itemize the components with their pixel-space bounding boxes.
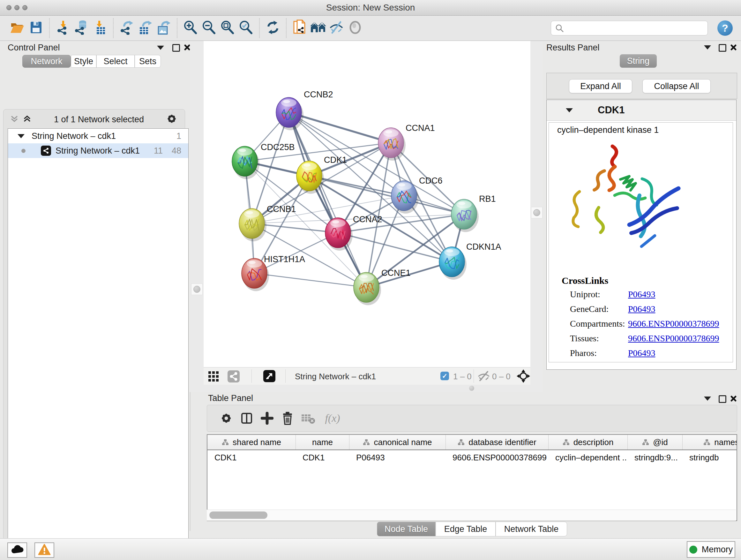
memory-button[interactable]: Memory <box>687 541 735 558</box>
tab-network-table[interactable]: Network Table <box>495 522 567 537</box>
bottom-splitter[interactable] <box>204 384 530 392</box>
network-collection-row[interactable]: String Network – cdk1 1 <box>8 129 188 143</box>
tab-network[interactable]: Network <box>22 55 71 68</box>
crosslink-link[interactable]: P06493 <box>628 304 656 314</box>
table-settings-gear-icon[interactable] <box>216 409 237 428</box>
selected-checkbox[interactable]: ✓ <box>441 372 449 380</box>
delete-column-trash-icon[interactable] <box>277 409 298 428</box>
bottom-splitter-grip[interactable] <box>469 386 474 391</box>
collapse-panel-icon[interactable] <box>704 45 711 50</box>
search-input[interactable] <box>551 21 708 36</box>
crosslink-link[interactable]: P06493 <box>628 348 656 358</box>
string-network-graph[interactable]: CCNB2CCNA1CDC25BCDK1CDC6RB1CCNB1CCNA2CDK… <box>204 41 530 367</box>
float-panel-icon[interactable] <box>719 395 726 403</box>
network-node-CDKN1A[interactable] <box>439 247 467 280</box>
left-splitter[interactable] <box>190 41 204 392</box>
table-cell[interactable]: cyclin–dependent ... <box>548 450 627 465</box>
collapse-all-trees-icon[interactable] <box>10 114 19 125</box>
gene-header-row[interactable]: CDK1 <box>547 100 736 121</box>
close-panel-icon[interactable] <box>730 44 737 51</box>
warning-status-button[interactable] <box>35 543 54 558</box>
column-header-description[interactable]: description <box>548 435 627 449</box>
tab-edge-table[interactable]: Edge Table <box>435 522 495 537</box>
collapse-gene-icon[interactable] <box>566 108 573 112</box>
cloud-status-button[interactable] <box>7 543 27 558</box>
import-table-from-file-button[interactable] <box>91 18 109 38</box>
save-session-button[interactable] <box>27 18 45 38</box>
zoom-fit-button[interactable] <box>218 18 237 38</box>
network-node-RB1[interactable] <box>451 199 479 232</box>
add-column-plus-icon[interactable] <box>257 409 277 428</box>
tab-sets[interactable]: Sets <box>135 55 161 68</box>
share-network-icon[interactable] <box>227 370 240 384</box>
column-header-canonical-name[interactable]: canonical name <box>349 435 446 449</box>
zoom-in-button[interactable] <box>181 18 200 38</box>
hide-eye-button[interactable] <box>327 18 346 38</box>
tree-expand-icon[interactable] <box>17 134 24 138</box>
horizontal-scrollbar[interactable] <box>207 509 736 521</box>
float-panel-icon[interactable] <box>719 44 726 52</box>
tab-style[interactable]: Style <box>71 55 96 68</box>
column-header-database-identifier[interactable]: database identifier <box>446 435 548 449</box>
float-panel-icon[interactable] <box>172 44 180 53</box>
table-cell[interactable]: stringdb <box>682 450 737 465</box>
show-columns-icon[interactable] <box>237 409 257 428</box>
show-all-panels-button[interactable] <box>309 18 327 38</box>
collapse-panel-icon[interactable] <box>704 396 711 401</box>
hidden-eye-slash-icon[interactable] <box>477 371 490 383</box>
network-node-CCNA2[interactable] <box>325 218 353 251</box>
column-header-shared-name[interactable]: shared name <box>207 435 295 449</box>
network-node-CDC25B[interactable] <box>232 146 259 179</box>
table-cell[interactable]: CDK1 <box>295 450 349 465</box>
grid-view-icon[interactable] <box>208 371 219 383</box>
tab-node-table[interactable]: Node Table <box>377 522 435 537</box>
close-panel-icon[interactable] <box>184 44 190 52</box>
gear-icon[interactable] <box>166 113 178 126</box>
share-document-button[interactable] <box>290 18 309 38</box>
close-panel-icon[interactable] <box>730 395 737 401</box>
crosslink-link[interactable]: 9606.ENSP00000378699 <box>628 319 719 329</box>
toolbar-separator <box>177 18 178 38</box>
collapse-all-button[interactable]: Collapse All <box>643 79 711 93</box>
column-header-name[interactable]: name <box>295 435 349 449</box>
export-network-button[interactable] <box>118 18 136 38</box>
crosslink-link[interactable]: P06493 <box>628 289 656 300</box>
network-canvas[interactable]: CCNB2CCNA1CDC25BCDK1CDC6RB1CCNB1CCNA2CDK… <box>204 41 530 367</box>
open-session-button[interactable] <box>8 18 27 38</box>
birdseye-icon[interactable] <box>263 370 276 384</box>
network-node-CCNB2[interactable] <box>276 98 304 130</box>
table-cell[interactable]: P06493 <box>349 450 446 465</box>
export-image-button[interactable] <box>154 18 173 38</box>
table-cell[interactable]: CDK1 <box>207 450 295 465</box>
column-header--id[interactable]: @id <box>627 435 682 449</box>
network-node-CCNB1[interactable] <box>239 208 266 241</box>
tab-select[interactable]: Select <box>96 55 135 68</box>
right-splitter[interactable] <box>530 41 543 392</box>
zoom-out-button[interactable] <box>200 18 218 38</box>
memory-ok-icon <box>689 546 697 554</box>
column-header-namespace[interactable]: namespace <box>682 435 737 449</box>
expand-all-button[interactable]: Expand All <box>569 79 632 93</box>
scrollbar-thumb[interactable] <box>209 511 267 519</box>
tab-string[interactable]: String <box>620 54 657 68</box>
expand-all-trees-icon[interactable] <box>22 114 32 125</box>
table-cell[interactable]: 9606.ENSP00000378699 <box>446 450 548 465</box>
network-node-CDK1[interactable] <box>296 161 324 194</box>
export-table-button[interactable] <box>136 18 154 38</box>
right-splitter-grip[interactable] <box>531 207 542 219</box>
collapse-panel-icon[interactable] <box>157 45 164 51</box>
left-splitter-grip[interactable] <box>191 284 203 295</box>
zoom-selected-button[interactable] <box>237 18 255 38</box>
help-button[interactable]: ? <box>718 20 733 36</box>
network-view-toolbar: String Network – cdk1 ✓ 1 – 0 0 – 0 <box>204 367 530 385</box>
network-node-CCNA1[interactable] <box>378 128 406 161</box>
fit-content-crosshair-icon[interactable] <box>516 369 530 384</box>
refresh-button[interactable] <box>264 18 282 38</box>
import-network-from-database-button[interactable] <box>72 18 91 38</box>
network-row-selected[interactable]: String Network – cdk1 11 48 <box>8 143 188 158</box>
table-cell[interactable]: stringdb:9... <box>627 450 682 465</box>
crosslink-link[interactable]: 9606.ENSP00000378699 <box>628 333 719 344</box>
import-network-from-file-button[interactable] <box>54 18 72 38</box>
network-node-CCNE1[interactable] <box>354 272 381 305</box>
show-eye-button[interactable] <box>346 18 364 38</box>
